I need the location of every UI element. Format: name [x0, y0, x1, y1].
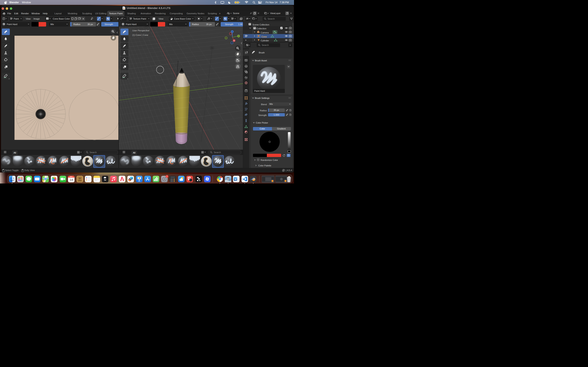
svg-text:Y: Y [238, 35, 239, 37]
svg-text:X: X [233, 40, 235, 42]
svg-text:W: W [234, 178, 237, 180]
svg-text:Z: Z [232, 31, 233, 33]
svg-text:tv: tv [104, 179, 106, 181]
